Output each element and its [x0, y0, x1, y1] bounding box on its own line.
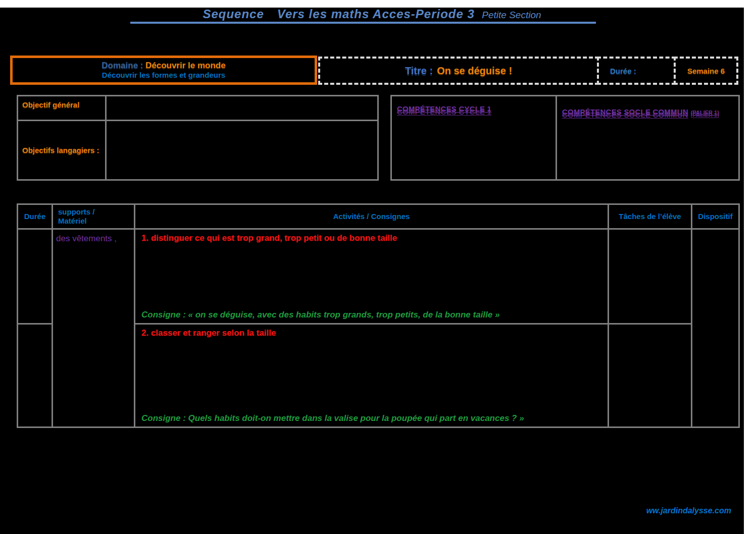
- activity-cell-row1: 1. distinguer ce qui est trop grand, tro…: [135, 230, 608, 323]
- activity-cell-row2: 2. classer et ranger selon la taille Con…: [135, 325, 608, 426]
- duree-cell-row2: [18, 325, 52, 426]
- consigne-text-row2: Quels habits doit-on mettre dans la vali…: [188, 413, 524, 423]
- objective-general-label: Objectif général: [18, 96, 105, 120]
- document-title: SequenceVers les maths Acces-Periode 3 P…: [0, 7, 744, 21]
- column-header-duree: Durée: [18, 205, 52, 228]
- domain-label: Domaine :: [102, 61, 143, 70]
- duration-box: Durée :: [597, 57, 676, 85]
- title-sequence: Sequence: [203, 7, 264, 21]
- consigne-row2: Consigne : Quels habits doit-on mettre d…: [141, 413, 601, 423]
- competences-cycle-cell: COMPÉTENCES CYCLE 1: [392, 96, 556, 179]
- column-header-activites-consignes: Activités / Consignes: [135, 205, 608, 228]
- website-link: ww.jardindalysse.com: [646, 506, 731, 515]
- week-box: Semaine 6: [674, 57, 738, 85]
- title-box-label: Titre :: [405, 65, 433, 77]
- column-header-supports-materiel: supports / Matériel: [53, 205, 134, 228]
- competences-socle-heading: COMPÉTENCES SOCLE COMMUN: [562, 108, 688, 116]
- competences-socle-cell: COMPÉTENCES SOCLE COMMUN(PALIER 1): [557, 96, 738, 179]
- title-underline: [130, 22, 596, 24]
- domain-value: Découvrir le monde: [145, 61, 226, 70]
- domain-box: Domaine : Découvrir le monde Découvrir l…: [10, 56, 317, 85]
- dispositif-cell: [692, 230, 738, 426]
- domain-subtitle: Découvrir les formes et grandeurs: [102, 71, 225, 80]
- duration-label: Durée :: [610, 67, 636, 75]
- duree-cell-row1: [18, 230, 52, 323]
- column-header-taches-eleve: Tâches de l’élève: [609, 205, 691, 228]
- week-label: Semaine 6: [687, 67, 725, 75]
- column-header-dispositif: Dispositif: [692, 205, 738, 228]
- taches-cell-row2: [609, 325, 691, 426]
- consigne-label-row2: Consigne :: [141, 413, 188, 423]
- consigne-text-row1: « on se déguise, avec des habits trop gr…: [188, 310, 500, 319]
- materials-text: des vêtements ,: [56, 234, 117, 243]
- objectives-table: Objectif général Objectifs langagiers :: [17, 95, 379, 181]
- supports-materiel-cell: des vêtements ,: [53, 230, 134, 426]
- consigne-label-row1: Consigne :: [141, 310, 188, 319]
- title-box: Titre : On se déguise !: [318, 57, 599, 85]
- objective-language-value: [107, 121, 377, 179]
- title-method: Vers les maths Acces-Periode 3: [277, 7, 475, 21]
- activity-step-1: 1. distinguer ce qui est trop grand, tro…: [141, 233, 601, 243]
- competences-cycle-heading: COMPÉTENCES CYCLE 1: [397, 104, 491, 113]
- title-box-value: On se déguise !: [437, 65, 512, 77]
- objective-general-value: [107, 96, 377, 120]
- activities-table: Durée supports / Matériel Activités / Co…: [17, 203, 740, 428]
- activity-step-2: 2. classer et ranger selon la taille: [141, 328, 601, 338]
- objective-language-label: Objectifs langagiers :: [18, 121, 105, 179]
- competences-table: COMPÉTENCES CYCLE 1 COMPÉTENCES SOCLE CO…: [390, 95, 740, 181]
- domain-line: Domaine : Découvrir le monde: [102, 60, 225, 71]
- competences-socle-palier: (PALIER 1): [691, 110, 719, 116]
- consigne-row1: Consigne : « on se déguise, avec des hab…: [141, 310, 601, 320]
- title-level: Petite Section: [482, 10, 541, 20]
- taches-cell-row1: [609, 230, 691, 323]
